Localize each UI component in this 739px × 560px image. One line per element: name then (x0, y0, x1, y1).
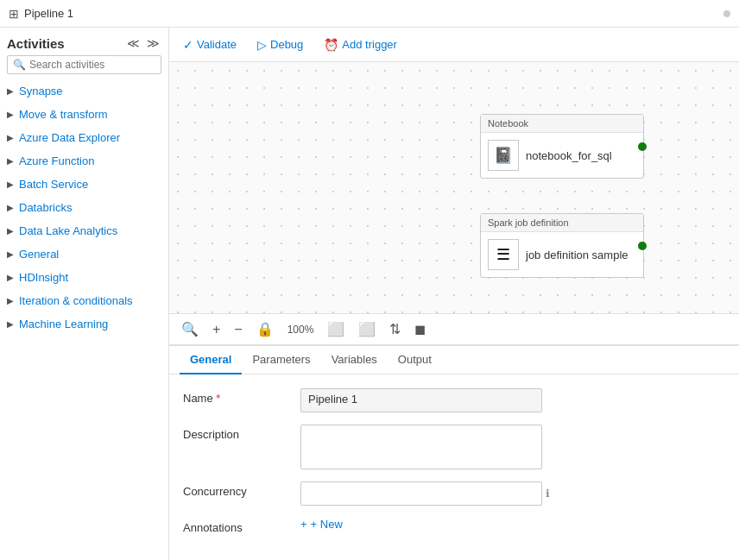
sidebar-item-move-and-transform[interactable]: ▶Move & transform (0, 103, 168, 126)
add-trigger-button[interactable]: ⏰ Add trigger (320, 36, 401, 53)
sidebar-item-machine-learning[interactable]: ▶Machine Learning (0, 312, 168, 336)
select-tool[interactable]: ⬜ (357, 319, 377, 339)
pipeline-icon: ⊞ (9, 7, 19, 21)
sidebar-item-data-lake-analytics[interactable]: ▶Data Lake Analytics (0, 219, 168, 242)
canvas-area[interactable]: Notebook 📓 notebook_for_sql Spark job de… (169, 62, 739, 314)
sidebar-item-synapse[interactable]: ▶Synapse (0, 79, 168, 103)
required-marker: * (216, 392, 220, 405)
search-box: 🔍 (7, 55, 161, 74)
sidebar-icons: ≪ ≫ (125, 35, 161, 52)
sidebar: Activities ≪ ≫ 🔍 ▶Synapse▶Move & transfo… (0, 28, 169, 560)
sidebar-item-label: Synapse (19, 85, 63, 98)
chevron-icon: ▶ (7, 296, 14, 305)
node-header-notebook: Notebook (481, 115, 643, 133)
lock-tool[interactable]: 🔒 (255, 319, 275, 339)
name-row: Name * Pipeline 1 (183, 388, 725, 412)
content-area: ✓ Validate ▷ Debug ⏰ Add trigger Noteboo… (169, 28, 739, 560)
collapse-icon[interactable]: ≪ (125, 35, 142, 52)
sidebar-items: ▶Synapse▶Move & transform▶Azure Data Exp… (0, 79, 168, 560)
bottom-content: Name * Pipeline 1 Description Concurrenc… (169, 374, 739, 560)
sidebar-item-azure-function[interactable]: ▶Azure Function (0, 149, 168, 173)
node-header-spark: Spark job definition (481, 214, 643, 232)
validate-icon: ✓ (183, 38, 193, 52)
chevron-icon: ▶ (7, 86, 14, 96)
pipeline-node-notebook[interactable]: Notebook 📓 notebook_for_sql (480, 114, 644, 179)
debug-button[interactable]: ▷ Debug (254, 36, 306, 53)
canvas-grid (169, 62, 739, 313)
chevron-icon: ▶ (7, 110, 14, 119)
sidebar-item-label: Azure Function (19, 154, 94, 167)
zoom-search-tool[interactable]: 🔍 (180, 319, 200, 339)
annotations-row: Annotations + + New (183, 518, 725, 534)
node-label-notebook: notebook_for_sql (526, 149, 612, 162)
canvas-toolbar: 🔍 + − 🔒 100% ⬜ ⬜ ⇅ ◼ (169, 314, 739, 345)
sidebar-item-general[interactable]: ▶General (0, 242, 168, 266)
sidebar-item-hdinsight[interactable]: ▶HDInsight (0, 266, 168, 289)
sidebar-item-label: Batch Service (19, 178, 88, 191)
concurrency-row: Concurrency ℹ (183, 481, 725, 506)
fit-tool[interactable]: ⬜ (325, 319, 346, 339)
node-body-notebook: 📓 notebook_for_sql (481, 133, 643, 178)
chevron-icon: ▶ (7, 179, 14, 189)
title-dot (723, 10, 730, 17)
tab-general[interactable]: General (180, 346, 242, 374)
tab-parameters[interactable]: Parameters (242, 346, 320, 374)
new-annotation-button[interactable]: + + New (300, 518, 343, 531)
expand-icon[interactable]: ≫ (145, 35, 161, 52)
chevron-icon: ▶ (7, 249, 14, 259)
bottom-panel: GeneralParametersVariablesOutput Name * … (169, 345, 739, 560)
main-layout: Activities ≪ ≫ 🔍 ▶Synapse▶Move & transfo… (0, 28, 739, 560)
node-body-spark: ☰ job definition sample (481, 232, 643, 277)
sidebar-item-iteration-and-conditionals[interactable]: ▶Iteration & conditionals (0, 289, 168, 312)
arrange-tool[interactable]: ⇅ (388, 319, 402, 339)
bottom-tabs: GeneralParametersVariablesOutput (169, 346, 739, 374)
node-icon-notebook: 📓 (488, 140, 519, 171)
chevron-icon: ▶ (7, 273, 14, 282)
chevron-icon: ▶ (7, 156, 14, 166)
concurrency-label: Concurrency (183, 481, 287, 498)
new-annotation-icon: + (300, 518, 307, 531)
sidebar-item-label: Iteration & conditionals (19, 294, 133, 307)
description-input[interactable] (300, 425, 542, 469)
search-input[interactable] (29, 59, 159, 71)
name-label: Name * (183, 388, 287, 405)
sidebar-item-batch-service[interactable]: ▶Batch Service (0, 173, 168, 196)
description-label: Description (183, 425, 287, 441)
pipeline-node-spark[interactable]: Spark job definition ☰ job definition sa… (480, 213, 644, 278)
sidebar-item-label: HDInsight (19, 271, 68, 284)
node-status-notebook (638, 142, 647, 151)
sidebar-item-databricks[interactable]: ▶Databricks (0, 196, 168, 219)
name-input[interactable]: Pipeline 1 (300, 388, 542, 412)
node-status-spark (638, 242, 647, 250)
node-label-spark: job definition sample (526, 249, 628, 261)
sidebar-header: Activities ≪ ≫ (0, 28, 168, 55)
info-icon: ℹ (546, 488, 550, 500)
tab-variables[interactable]: Variables (321, 346, 388, 374)
sidebar-item-label: Databricks (19, 201, 72, 214)
sidebar-item-label: Machine Learning (19, 318, 108, 330)
zoom-level-tool[interactable]: 100% (286, 322, 316, 337)
title-bar: ⊞ Pipeline 1 (0, 0, 739, 28)
chevron-icon: ▶ (7, 133, 14, 142)
node-icon-spark: ☰ (488, 239, 519, 270)
tab-output[interactable]: Output (388, 346, 442, 374)
sidebar-item-label: Move & transform (19, 108, 108, 121)
search-icon: 🔍 (13, 59, 26, 71)
sidebar-title: Activities (7, 36, 122, 51)
debug-icon: ▷ (257, 38, 267, 52)
sidebar-item-label: Azure Data Explorer (19, 131, 120, 144)
chevron-icon: ▶ (7, 226, 14, 236)
validate-button[interactable]: ✓ Validate (180, 36, 240, 53)
more-tool[interactable]: ◼ (413, 319, 427, 339)
chevron-icon: ▶ (7, 319, 14, 329)
description-row: Description (183, 425, 725, 469)
sidebar-item-azure-data-explorer[interactable]: ▶Azure Data Explorer (0, 126, 168, 149)
annotations-label: Annotations (183, 518, 287, 534)
zoom-out-tool[interactable]: − (232, 320, 243, 339)
pipeline-title: Pipeline 1 (24, 7, 73, 20)
chevron-icon: ▶ (7, 203, 14, 212)
sidebar-item-label: General (19, 248, 59, 261)
toolbar: ✓ Validate ▷ Debug ⏰ Add trigger (169, 28, 739, 62)
concurrency-input[interactable] (300, 481, 542, 506)
zoom-in-tool[interactable]: + (211, 320, 222, 339)
